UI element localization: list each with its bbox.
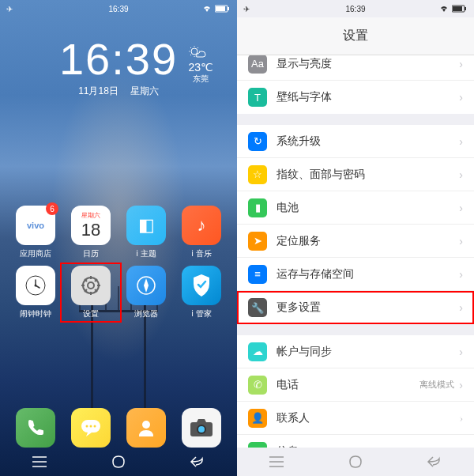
account-sync-icon: ☁	[248, 342, 267, 361]
svg-rect-1	[228, 7, 229, 10]
nav-menu-button[interactable]	[261, 452, 292, 471]
app-app-store[interactable]: vivo6应用商店	[8, 206, 63, 259]
svg-rect-19	[453, 6, 462, 11]
svg-point-7	[88, 282, 94, 289]
settings-row-system-update[interactable]: ↻系统升级›	[237, 125, 474, 158]
settings-row-ram-storage[interactable]: ≡运存与存储空间›	[237, 258, 474, 291]
weather-icon	[188, 45, 207, 61]
chevron-right-icon: ›	[459, 168, 463, 181]
contacts-icon	[126, 408, 166, 448]
chevron-right-icon: ›	[459, 379, 463, 391]
settings-row-battery[interactable]: ▮电池›	[237, 191, 474, 225]
settings-list[interactable]: Aa显示与亮度›T壁纸与字体›↻系统升级›☆指纹、面部与密码›▮电池›➤定位服务…	[237, 55, 474, 448]
dock	[0, 408, 237, 448]
phone-icon	[16, 408, 55, 448]
svg-point-16	[198, 426, 205, 433]
settings-row-location-services[interactable]: ➤定位服务›	[237, 225, 474, 258]
nav-back-button[interactable]	[182, 452, 213, 471]
chevron-right-icon: ›	[459, 202, 463, 214]
contacts-icon: 👤	[248, 409, 267, 428]
status-time: 16:39	[108, 5, 128, 13]
row-label: 指纹、面部与密码	[276, 168, 459, 182]
badge: 6	[46, 202, 58, 215]
nav-home-button[interactable]	[340, 452, 371, 471]
app-grid: vivo6应用商店星期六18日历◧i 主题♪i 音乐闹钟时钟设置浏览器i 管家	[0, 206, 237, 319]
app-settings[interactable]: 设置	[63, 266, 118, 319]
dock-contacts[interactable]	[126, 408, 166, 448]
app-label: 应用商店	[20, 248, 51, 259]
wallpaper-font-icon: T	[248, 88, 267, 107]
settings-row-messages-setting[interactable]: ✉信息›	[237, 435, 474, 448]
settings-title: 设置	[237, 17, 474, 55]
settings-group: ↻系统升级›☆指纹、面部与密码›▮电池›➤定位服务›≡运存与存储空间›🔧更多设置…	[237, 125, 474, 324]
svg-point-12	[94, 425, 96, 428]
dock-messages[interactable]	[71, 408, 111, 448]
airplane-mode-icon: ✈	[6, 5, 13, 13]
watermark: ^ｪ^ Handset.Cat	[378, 411, 462, 429]
settings-row-phone-call[interactable]: ✆电话离线模式›	[237, 368, 474, 402]
settings-icon	[71, 266, 111, 305]
nav-menu-button[interactable]	[24, 452, 55, 471]
wifi-icon	[439, 5, 449, 13]
app-i-guard[interactable]: i 管家	[174, 266, 229, 319]
nav-back-button[interactable]	[419, 452, 450, 471]
watermark-icon: ^ｪ^	[378, 411, 396, 429]
settings-group: Aa显示与亮度›T壁纸与字体›	[237, 55, 474, 114]
settings-row-more-settings[interactable]: 🔧更多设置›	[237, 291, 474, 324]
calendar-daynum: 18	[81, 220, 100, 240]
settings-row-wallpaper-font[interactable]: T壁纸与字体›	[237, 81, 474, 114]
dock-camera[interactable]	[182, 408, 221, 448]
i-guard-icon	[182, 266, 221, 305]
battery-icon	[452, 5, 468, 13]
fingerprint-face-password-icon: ☆	[248, 165, 267, 184]
camera-icon	[182, 408, 221, 448]
status-bar-left: ✈ 16:39	[0, 0, 237, 17]
location-services-icon: ➤	[248, 232, 267, 251]
nav-bar-right	[237, 448, 474, 476]
weather-temp: 23℃	[188, 61, 213, 74]
row-label: 显示与亮度	[276, 57, 459, 71]
row-label: 更多设置	[276, 300, 459, 315]
ram-storage-icon: ≡	[248, 265, 267, 284]
app-label: 闹钟时钟	[20, 308, 51, 319]
weather-widget[interactable]: 23℃ 东莞	[188, 45, 213, 85]
chevron-right-icon: ›	[459, 268, 463, 281]
status-bar-right: ✈ 16:39	[237, 0, 474, 17]
calendar-icon: 星期六18	[71, 206, 111, 245]
i-music-icon: ♪	[182, 206, 221, 245]
settings-row-display-brightness[interactable]: Aa显示与亮度›	[237, 55, 474, 81]
row-label: 定位服务	[276, 234, 459, 248]
chevron-right-icon: ›	[459, 91, 463, 104]
row-label: 电池	[276, 201, 459, 215]
app-alarm-clock[interactable]: 闹钟时钟	[8, 266, 63, 319]
app-store-icon: vivo6	[16, 206, 55, 245]
wifi-icon	[202, 5, 212, 13]
chevron-right-icon: ›	[459, 301, 463, 314]
clock-widget[interactable]: 16:39 11月18日 星期六 23℃ 东莞	[0, 33, 237, 98]
messages-icon	[71, 408, 111, 448]
svg-rect-2	[216, 6, 225, 11]
app-calendar[interactable]: 星期六18日历	[63, 206, 118, 259]
chevron-right-icon: ›	[459, 235, 463, 247]
status-time: 16:39	[345, 5, 365, 13]
settings-row-account-sync[interactable]: ☁帐户与同步›	[237, 335, 474, 368]
battery-icon: ▮	[248, 198, 267, 217]
row-extra: 离线模式	[419, 379, 454, 391]
messages-setting-icon: ✉	[248, 442, 267, 448]
app-browser[interactable]: 浏览器	[118, 266, 174, 319]
system-update-icon: ↻	[248, 132, 267, 151]
svg-point-11	[90, 425, 92, 428]
airplane-mode-icon: ✈	[243, 5, 250, 13]
nav-bar-left	[0, 448, 237, 476]
row-label: 运存与存储空间	[276, 267, 459, 281]
dock-phone[interactable]	[16, 408, 55, 448]
i-theme-icon: ◧	[126, 206, 166, 245]
app-i-music[interactable]: ♪i 音乐	[174, 206, 229, 259]
clock-date: 11月18日 星期六	[0, 85, 237, 98]
settings-row-fingerprint-face-password[interactable]: ☆指纹、面部与密码›	[237, 158, 474, 191]
alarm-clock-icon	[16, 266, 55, 305]
nav-home-button[interactable]	[103, 452, 134, 471]
app-i-theme[interactable]: ◧i 主题	[118, 206, 174, 259]
app-label: 浏览器	[134, 308, 158, 319]
row-label: 帐户与同步	[276, 345, 459, 359]
